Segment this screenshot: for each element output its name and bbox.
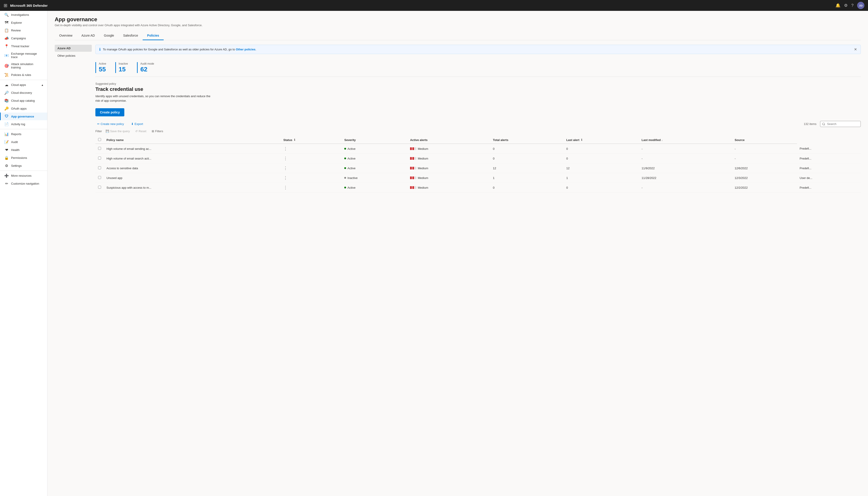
row-menu-cell[interactable]: ⋮ [281, 183, 342, 192]
status-text: Active [347, 186, 355, 189]
sidebar-item-cloud-app-catalog[interactable]: 📚 Cloud app catalog [0, 97, 47, 105]
status-cell: Inactive [342, 173, 407, 183]
active-alerts-cell: 0 [490, 154, 564, 164]
last-alert-info-icon[interactable]: ℹ [581, 138, 582, 141]
row-menu-icon[interactable]: ⋮ [283, 166, 288, 170]
row-checkbox-cell[interactable] [95, 173, 104, 183]
sidebar-item-campaigns[interactable]: 📣 Campaigns [0, 34, 47, 42]
row-menu-cell[interactable]: ⋮ [281, 144, 342, 154]
search-input[interactable] [820, 121, 861, 127]
row-menu-icon[interactable]: ⋮ [283, 175, 288, 180]
last-alert-cell: - [639, 154, 732, 164]
row-checkbox[interactable] [98, 166, 101, 169]
stat-inactive-value: 15 [119, 66, 128, 73]
tab-google[interactable]: Google [99, 31, 119, 40]
row-menu-icon[interactable]: ⋮ [283, 146, 288, 151]
sidebar-item-explorer[interactable]: 🗺 Explorer [0, 19, 47, 27]
sidebar-item-health[interactable]: ❤ Health [0, 146, 47, 154]
sidebar-item-reports[interactable]: 📊 Reports [0, 130, 47, 138]
status-info-icon[interactable]: ℹ [294, 138, 295, 141]
notifications-icon[interactable]: 🔔 [835, 3, 840, 8]
sidebar-item-label: Health [11, 148, 20, 152]
th-status[interactable]: Status ℹ [281, 136, 342, 144]
waffle-icon[interactable]: ⊞ [4, 3, 7, 8]
avatar[interactable]: JD [857, 2, 864, 9]
policies-icon: 📜 [4, 73, 9, 77]
sidebar-item-more-resources[interactable]: ➕ More resources [0, 172, 47, 180]
tab-azure-ad[interactable]: Azure AD [77, 31, 99, 40]
settings-icon[interactable]: ⚙ [844, 3, 848, 8]
close-icon[interactable]: ✕ [854, 47, 857, 51]
policy-name-cell: Unused app [104, 173, 281, 183]
sidebar-item-app-governance[interactable]: 🛡 App governance [0, 112, 47, 120]
row-checkbox-cell[interactable] [95, 154, 104, 164]
severity-text: Medium [418, 147, 428, 151]
sidebar-item-cloud-apps[interactable]: ☁ Cloud apps ▲ [0, 81, 47, 89]
sidebar-item-label: App governance [11, 115, 34, 118]
th-last-modified[interactable]: Last modified ↓ [639, 136, 732, 144]
sidebar-item-customize-navigation[interactable]: ✏ Customize navigation [0, 180, 47, 188]
sidebar-item-oauth-apps[interactable]: 🔑 OAuth apps [0, 105, 47, 112]
row-checkbox-cell[interactable] [95, 164, 104, 173]
left-nav-azure-ad[interactable]: Azure AD [55, 45, 92, 52]
sidebar-item-label: Campaigns [11, 36, 26, 40]
sidebar-item-threat-tracker[interactable]: 📍 Threat tracker [0, 42, 47, 50]
sidebar-item-review[interactable]: 📋 Review [0, 27, 47, 34]
sidebar-item-label: Customize navigation [11, 182, 39, 185]
sidebar-item-permissions[interactable]: 🔒 Permissions [0, 154, 47, 162]
row-checkbox[interactable] [98, 157, 101, 159]
active-alerts-cell: 1 [490, 173, 564, 183]
items-count: 132 items [804, 122, 817, 126]
other-policies-link[interactable]: Other policies [236, 48, 255, 51]
row-checkbox-cell[interactable] [95, 183, 104, 192]
last-alert-value: 11/28/2022 [641, 176, 656, 180]
row-checkbox[interactable] [98, 186, 101, 189]
row-menu-cell[interactable]: ⋮ [281, 154, 342, 164]
sidebar-item-cloud-discovery[interactable]: 🔎 Cloud discovery [0, 89, 47, 97]
help-icon[interactable]: ? [851, 3, 854, 8]
filters-button[interactable]: ⊞ Filters [150, 129, 165, 134]
row-checkbox-cell[interactable] [95, 144, 104, 154]
th-last-alert[interactable]: Last alert ℹ [563, 136, 639, 144]
table-row: Access to sensitive data ⋮ Active Medium… [95, 164, 861, 173]
row-checkbox[interactable] [98, 176, 101, 179]
sidebar-item-attack-simulation-training[interactable]: 🎯 Attack simulation training [0, 61, 47, 71]
sidebar-item-policies-rules[interactable]: 📜 Policies & rules [0, 71, 47, 79]
tab-overview[interactable]: Overview [55, 31, 77, 40]
policy-table: Policy name Status ℹ Severity [95, 136, 861, 192]
sidebar-item-audit[interactable]: 📝 Audit [0, 138, 47, 146]
sidebar-item-settings[interactable]: ⚙ Settings [0, 162, 47, 170]
export-button[interactable]: ⬇ Export [129, 121, 145, 126]
stat-inactive: Inactive 15 [115, 62, 128, 73]
row-menu-cell[interactable]: ⋮ [281, 164, 342, 173]
sidebar-item-label: Cloud discovery [11, 91, 32, 94]
create-new-policy-button[interactable]: ✏ Create new policy [95, 121, 126, 126]
create-policy-button[interactable]: Create policy [95, 108, 124, 117]
tab-salesforce[interactable]: Salesforce [119, 31, 143, 40]
row-checkbox[interactable] [98, 147, 101, 150]
sidebar-item-exchange-message-trace[interactable]: 📧 Exchange message trace [0, 50, 47, 61]
filter-bar: Filter 💾 Save the query ↺ Reset ⊞ Filter… [95, 129, 861, 134]
source-value: Predefi... [800, 167, 811, 170]
status-dot [344, 167, 346, 169]
suggested-policy-label: Suggested policy [95, 82, 861, 86]
sidebar-item-label: Settings [11, 164, 22, 168]
tab-policies[interactable]: Policies [143, 31, 164, 40]
last-alert-value: - [641, 147, 642, 151]
select-all-checkbox[interactable] [98, 138, 101, 141]
sort-desc-icon: ↓ [662, 139, 663, 141]
sidebar-item-investigations[interactable]: 🔍 Investigations [0, 11, 47, 19]
policy-name-text: High volume of email search acti... [107, 157, 152, 160]
select-all-header[interactable] [95, 136, 104, 144]
row-menu-cell[interactable]: ⋮ [281, 173, 342, 183]
source-cell: Predefi... [797, 164, 861, 173]
active-alerts-value: 0 [493, 186, 495, 189]
left-nav-other-policies[interactable]: Other policies [55, 52, 92, 59]
sidebar-item-label: Review [11, 29, 21, 32]
status-text: Active [347, 147, 355, 151]
row-menu-icon[interactable]: ⋮ [283, 156, 288, 161]
sidebar-item-activity-log[interactable]: 📄 Activity log [0, 120, 47, 128]
row-menu-icon[interactable]: ⋮ [283, 185, 288, 190]
policy-name-text: Unused app [107, 176, 122, 180]
severity-cell: Medium [407, 164, 490, 173]
